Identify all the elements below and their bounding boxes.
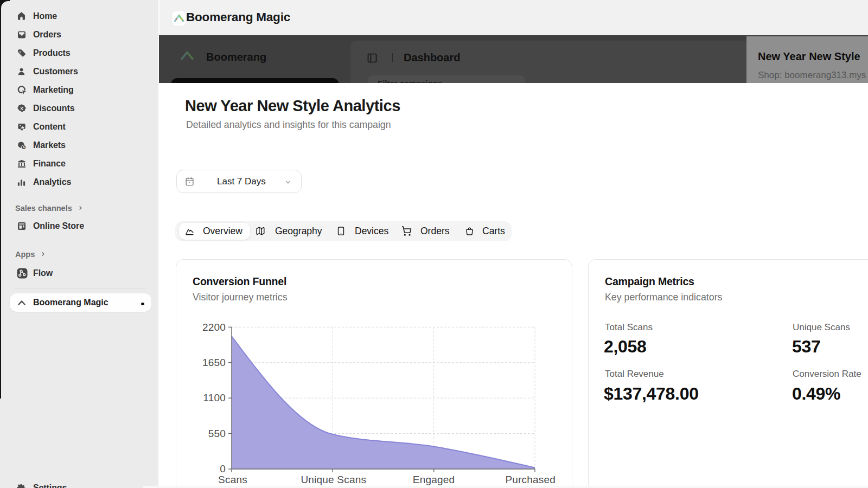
svg-text:Unique Scans: Unique Scans	[301, 474, 366, 485]
svg-text:550: 550	[208, 428, 226, 439]
svg-text:Scans: Scans	[218, 474, 247, 485]
svg-text:1100: 1100	[203, 392, 226, 403]
svg-text:0: 0	[220, 463, 226, 474]
svg-text:1650: 1650	[202, 357, 226, 368]
svg-text:2200: 2200	[202, 322, 226, 333]
svg-text:Purchased: Purchased	[505, 474, 556, 485]
svg-text:Engaged: Engaged	[413, 474, 455, 485]
